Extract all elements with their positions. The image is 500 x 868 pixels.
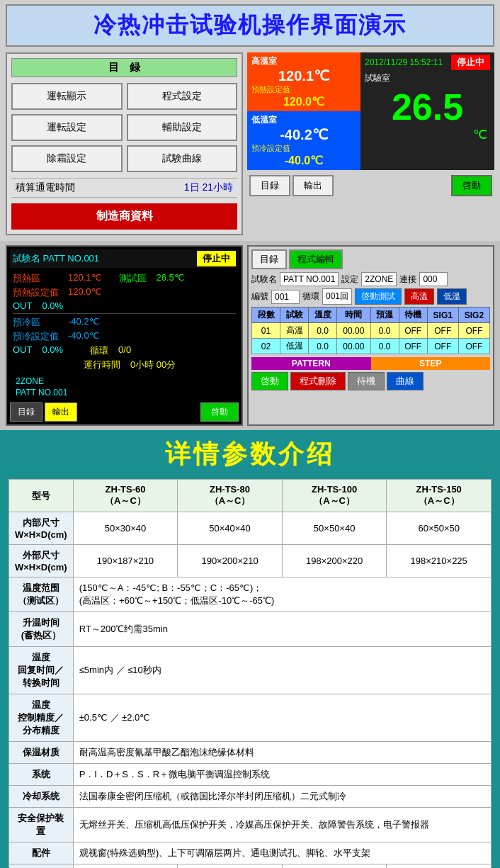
- status-title: 試験名 PATT NO.001: [13, 252, 99, 265]
- specs-outer-2: 190×200×210: [178, 545, 283, 577]
- td-time-1: 00.00: [337, 339, 370, 354]
- top-content: 目 録 運転顯示 程式設定 運転設定 輔助設定 除霜設定 試験曲線 積算通電時間…: [6, 52, 494, 235]
- start-btn-top[interactable]: 啓動: [451, 175, 492, 196]
- specs-insulation-val: 耐高温高密度氰基甲酸乙酯泡沫绝缘体材料: [73, 742, 491, 764]
- prog-row-name: 試験名 PATT NO.001 設定 2ZONE 連接 000: [251, 272, 490, 286]
- specs-label-temp-range: 温度范围（测试区）: [9, 577, 74, 612]
- specs-label-heat-time: 升温时间(蓄热区）: [9, 612, 74, 647]
- big-temp-unit: ℃: [360, 127, 494, 142]
- specs-label-recovery: 温度回复时间／转换时间: [9, 647, 74, 694]
- td-type-0: 高溫: [280, 323, 309, 339]
- prog-name-field[interactable]: PATT NO.001: [280, 272, 339, 286]
- th-sig1: SIG1: [427, 308, 458, 323]
- specs-row-accessories: 配件 观视窗(特殊选购型)、上下可调隔层两片、通电测试孔、脚轮、水平支架: [9, 842, 492, 864]
- specs-outer-1: 190×187×210: [73, 545, 178, 577]
- prog-test-btn[interactable]: 啓動測試: [355, 288, 402, 305]
- specs-weight-2: 900Kg: [178, 864, 283, 869]
- status-row-0: 預熱區 120.1℃ 測試區 26.5℃: [13, 272, 236, 285]
- status-nav-catalog[interactable]: 目録: [10, 402, 42, 422]
- maker-btn[interactable]: 制造商資料: [11, 203, 237, 230]
- status-stop-badge: 停止中: [197, 251, 236, 266]
- menu-btn-test-curve[interactable]: 試験曲線: [127, 145, 238, 172]
- prog-setting-label: 設定: [341, 274, 358, 286]
- menu-btn-defrost-set[interactable]: 除霜設定: [11, 145, 123, 172]
- specs-label-system: 系统: [9, 764, 74, 786]
- prog-num-field[interactable]: 001: [271, 290, 300, 304]
- specs-label-inner: 内部尺寸W×H×D(cm): [9, 512, 74, 545]
- prog-high-btn[interactable]: 高溫: [404, 288, 434, 305]
- prog-action-curve[interactable]: 曲線: [387, 372, 424, 390]
- big-temp-value: 26.5: [392, 86, 463, 128]
- prog-cycle-field[interactable]: 001回: [322, 288, 352, 305]
- specs-cooling-val: 法国泰康全密闭压缩机（或德国比泽尔半封闭压缩机）二元式制冷: [73, 786, 491, 808]
- zone-info-line: 2ZONE: [13, 376, 236, 387]
- menu-btn-run-set[interactable]: 運転設定: [11, 114, 123, 141]
- low-zone-label: 低溫室: [251, 114, 356, 126]
- menu-btn-run-display[interactable]: 運転顯示: [11, 83, 123, 110]
- td-type-1: 低溫: [280, 339, 309, 354]
- status-val-2: 0.0%: [42, 300, 63, 311]
- th-id: 段數: [252, 308, 280, 323]
- prog-setting-field[interactable]: 2ZONE: [361, 272, 397, 286]
- prog-cycle-label: 循環: [302, 291, 319, 303]
- specs-weight-4: 1200Kg: [387, 864, 492, 869]
- specs-th-3: ZH-TS-100（A～C）: [282, 480, 387, 512]
- prog-row-num: 編號 001 循環 001回 啓動測試 高溫 低溫: [251, 288, 490, 305]
- th-sig2: SIG2: [458, 308, 489, 323]
- prog-link-field[interactable]: 000: [419, 272, 448, 286]
- status-header: 試験名 PATT NO.001 停止中: [10, 249, 239, 268]
- specs-accessories-val: 观视窗(特殊选购型)、上下可调隔层两片、通电测试孔、脚轮、水平支架: [73, 842, 491, 864]
- prog-action-standby[interactable]: 待機: [348, 372, 385, 390]
- td-time-0: 00.00: [337, 323, 370, 339]
- specs-outer-3: 198×200×220: [282, 545, 387, 577]
- prog-action-delete[interactable]: 程式刪除: [290, 372, 346, 390]
- status-nav-output[interactable]: 輸出: [45, 402, 77, 422]
- temp-display-area: 高溫室 120.1℃ 預熱設定值 120.0℃ 低溫室 -40.2℃ 預冷設定值…: [247, 52, 494, 170]
- nav-btn-output[interactable]: 輸出: [292, 175, 334, 196]
- specs-title: 详情参数介绍: [8, 437, 492, 472]
- td-standby-1: OFF: [399, 339, 427, 354]
- prog-nav-catalog[interactable]: 目録: [251, 249, 287, 269]
- specs-label-cooling: 冷却系统: [9, 786, 74, 808]
- specs-inner-4: 60×50×50: [387, 512, 492, 545]
- step-label: STEP: [371, 357, 491, 370]
- specs-row-temp-range: 温度范围（测试区） (150℃～A：-45℃; B：-55℃；C：-65℃)；(…: [9, 577, 492, 612]
- status-row-1: 預熱設定值 120.0℃: [13, 286, 236, 299]
- specs-label-safety: 安全保护装置: [9, 808, 74, 842]
- td-id-0: 01: [252, 323, 280, 339]
- specs-th-4: ZH-TS-150（A～C）: [387, 480, 492, 512]
- table-row-0[interactable]: 01 高溫 0.0 00.00 0.0 OFF OFF OFF: [252, 323, 490, 339]
- status-label-3: 預冷區: [13, 316, 62, 329]
- th-standby: 待機: [399, 308, 427, 323]
- status-row-4: 預冷設定值 -40.0℃: [13, 330, 236, 343]
- menu-btn-aux-set[interactable]: 輔助設定: [127, 114, 238, 141]
- specs-th-0: 型号: [9, 480, 74, 512]
- prog-num-label: 編號: [251, 291, 268, 303]
- zone-info: 2ZONE PATT NO.001: [10, 374, 239, 400]
- prog-pattern-bar: PATTERN STEP: [251, 357, 490, 370]
- specs-label-accessories: 配件: [9, 842, 74, 864]
- specs-header-row: 型号 ZH-TS-60（A～C） ZH-TS-80（A～C） ZH-TS-100…: [9, 480, 492, 512]
- status-start-btn[interactable]: 啓動: [200, 402, 239, 422]
- menu-btn-program-set[interactable]: 程式設定: [127, 83, 238, 110]
- specs-label-outer: 外部尺寸W×H×D(cm): [9, 545, 74, 577]
- specs-row-weight: 重量（大约） 650Kg 900Kg 1000Kg 1200Kg: [9, 864, 492, 869]
- specs-weight-1: 650Kg: [73, 864, 178, 869]
- preset-l-value: -40.0℃: [251, 154, 356, 167]
- specs-inner-3: 50×50×40: [282, 512, 387, 545]
- prog-action-start[interactable]: 啓動: [251, 372, 288, 390]
- nav-btn-catalog[interactable]: 目録: [249, 175, 290, 196]
- left-panel: 目 録 運転顯示 程式設定 運転設定 輔助設定 除霜設定 試験曲線 積算通電時間…: [6, 52, 243, 235]
- prog-low-btn[interactable]: 低溫: [437, 288, 467, 305]
- right-panel-top: 高溫室 120.1℃ 預熱設定值 120.0℃ 低溫室 -40.2℃ 預冷設定值…: [247, 52, 494, 235]
- specs-th-2: ZH-TS-80（A～C）: [178, 480, 283, 512]
- table-row-1[interactable]: 02 低溫 0.0 00.00 0.0 OFF OFF OFF: [252, 339, 490, 354]
- status-val-3: -40.2℃: [68, 316, 100, 329]
- td-standby-0: OFF: [399, 323, 427, 339]
- accumulation-label: 積算通電時間: [16, 181, 184, 194]
- menu-grid: 運転顯示 程式設定 運転設定 輔助設定 除霜設定 試験曲線: [11, 83, 237, 172]
- td-pre-0: 0.0: [370, 323, 399, 339]
- specs-section: 详情参数介绍 型号 ZH-TS-60（A～C） ZH-TS-80（A～C） ZH…: [0, 430, 500, 868]
- td-sig2-1: OFF: [458, 339, 489, 354]
- prog-nav-edit[interactable]: 程式編輯: [289, 249, 343, 269]
